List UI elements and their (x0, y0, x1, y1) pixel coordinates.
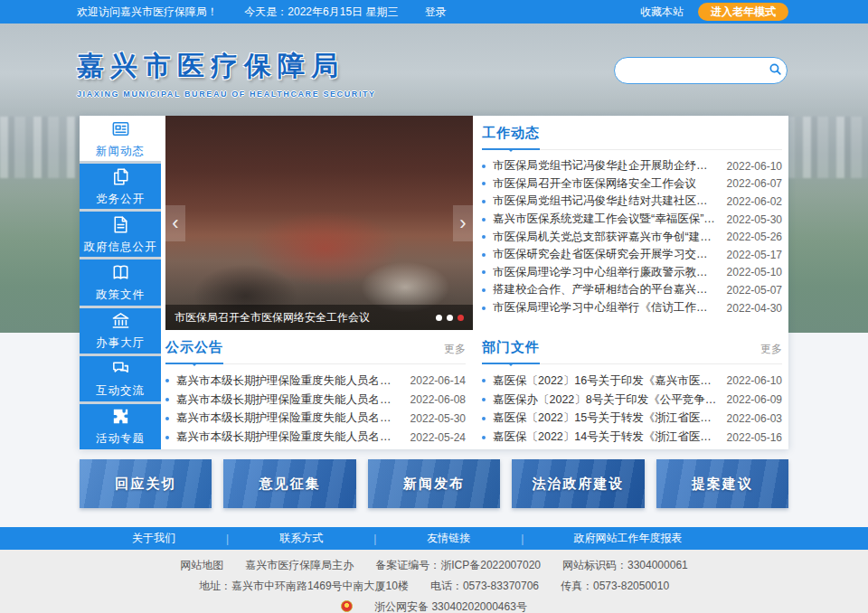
work-trends-item-row: 市医保局理论学习中心组举行廉政警示教育专题学习...2022-05-10 (482, 264, 782, 282)
carousel-caption-bar: 市医保局召开全市医保网络安全工作会议 (165, 305, 473, 330)
footer-nav-item-0[interactable]: 关于我们 (81, 531, 226, 546)
search-box (614, 57, 788, 84)
footer-nav-item-1[interactable]: 联系方式 (229, 531, 373, 546)
notice-item-title-link[interactable]: 嘉兴市本级长期护理保险重度失能人员名单公示（2... (176, 373, 401, 389)
news-carousel[interactable]: ‹ › 市医保局召开全市医保网络安全工作会议 (165, 116, 473, 330)
banner-respond-concerns[interactable]: 回应关切 (80, 459, 212, 508)
notice-item-title-link[interactable]: 嘉兴市本级长期护理保险重度失能人员名单公示（2... (176, 429, 401, 445)
sidebar-item-label: 党务公开 (96, 192, 145, 207)
carousel-next-button[interactable]: › (453, 205, 473, 241)
section-title-dept-files: 部门文件 (482, 339, 540, 364)
sidebar-item-label: 活动专题 (96, 431, 145, 447)
site-title-english: JIAXING MUNICIPAL BUREAU OF HEALTHCARE S… (77, 90, 376, 99)
sidebar-item-gov-info[interactable]: 政府信息公开 (80, 212, 161, 257)
documents-icon (110, 166, 131, 187)
work-trends-item-row: 市医保研究会赴省医保研究会开展学习交流活动2022-05-17 (482, 246, 782, 264)
banner-label: 回应关切 (115, 476, 176, 493)
footer-info-text: 嘉兴市医疗保障局主办 (245, 559, 354, 571)
work-trends-item-row: 市医保局党组书记冯俊华赴结对共建社区指导全国文...2022-06-02 (482, 193, 782, 211)
footer-contact-text: 传真：0573-82050010 (561, 580, 669, 592)
sitemap-link[interactable]: 网站地图 (180, 559, 223, 571)
work-trends-item-row: 市医保局机关党总支部获评嘉兴市争创“建设清廉机...2022-05-26 (482, 228, 782, 246)
bullet-dot (482, 270, 486, 274)
banner-rule-of-law[interactable]: 法治政府建设 (512, 459, 644, 508)
notice-item-title-link[interactable]: 嘉兴市本级长期护理保险重度失能人员名单公示（2... (176, 410, 401, 426)
dept-file-item-row: 嘉医保办〔2022〕8号关于印发《公平竞争审查...2022-06-09 (482, 391, 782, 410)
puzzle-icon (110, 406, 131, 427)
work-trends-item-title-link[interactable]: 市医保局理论学习中心组举行廉政警示教育专题学习... (493, 265, 718, 280)
carousel-dot-3[interactable] (458, 315, 464, 321)
work-trends-item-title-link[interactable]: 市医保局党组书记冯俊华赴企开展助企纾困活动 (493, 158, 718, 174)
search-input[interactable] (627, 64, 768, 77)
dept-file-item-date: 2022-05-16 (727, 431, 782, 444)
work-trends-item-title-link[interactable]: 市医保研究会赴省医保研究会开展学习交流活动 (493, 247, 718, 262)
welcome-text: 欢迎访问嘉兴市医疗保障局！ (77, 5, 218, 18)
dept-file-item-date: 2022-06-10 (727, 374, 782, 387)
dept-file-item-title-link[interactable]: 嘉医保〔2022〕15号关于转发《浙江省医疗保... (493, 410, 718, 426)
sidebar-item-label: 互动交流 (96, 383, 145, 399)
notice-item-row: 嘉兴市本级长期护理保险重度失能人员名单公示（2...2022-05-24 (165, 428, 466, 447)
page: 欢迎访问嘉兴市医疗保障局！ 今天是：2022年6月15日 星期三 登录 收藏本站… (0, 0, 868, 613)
banner-news-release[interactable]: 新闻发布 (368, 459, 500, 508)
favorite-link[interactable]: 收藏本站 (640, 5, 684, 20)
footer-line-1: 网站地图嘉兴市医疗保障局主办备案证编号：浙ICP备2022007020网站标识码… (0, 558, 868, 573)
banner-label: 意见征集 (259, 476, 321, 493)
notices-more-link[interactable]: 更多 (444, 342, 466, 363)
work-trends-item-title-link[interactable]: 搭建校企合作、产学研相结合的平台嘉兴市长期护理... (493, 282, 718, 297)
file-icon (110, 214, 131, 235)
sidebar-item-policy-files[interactable]: 政策文件 (80, 259, 161, 305)
work-trends-item-row: 嘉兴市医保系统党建工作会议暨“幸福医保”党建联...2022-05-30 (482, 211, 782, 229)
bullet-dot (165, 379, 169, 382)
dept-files-more-link[interactable]: 更多 (760, 342, 782, 363)
topbar-left: 欢迎访问嘉兴市医疗保障局！ 今天是：2022年6月15日 星期三 登录 (77, 5, 470, 20)
section-title-notices: 公示公告 (165, 339, 223, 364)
search-button[interactable] (768, 61, 783, 80)
work-trends-item-title-link[interactable]: 嘉兴市医保系统党建工作会议暨“幸福医保”党建联... (493, 212, 718, 227)
banner-label: 提案建议 (692, 476, 753, 493)
beian-text: 浙公网安备 33040202000463号 (374, 600, 527, 613)
dept-file-item-title-link[interactable]: 嘉医保〔2022〕16号关于印发《嘉兴市医疗保... (493, 373, 718, 389)
notice-item-date: 2022-05-24 (410, 431, 466, 444)
notice-item-row: 嘉兴市本级长期护理保险重度失能人员名单公示（2...2022-06-08 (165, 391, 466, 410)
sidebar-item-activities[interactable]: 活动专题 (80, 404, 161, 449)
sidebar-item-service-hall[interactable]: 办事大厅 (80, 308, 161, 354)
carousel-prev-button[interactable]: ‹ (165, 205, 185, 241)
footer-line-2: 地址：嘉兴市中环南路1469号中南大厦10楼电话：0573-83370706传真… (0, 579, 868, 594)
chat-icon (110, 358, 131, 379)
work-trends-item-date: 2022-05-26 (727, 231, 782, 243)
work-trends-list: 市医保局党组书记冯俊华赴企开展助企纾困活动2022-06-10市医保局召开全市医… (482, 157, 782, 316)
date-text: 今天是：2022年6月15日 星期三 (244, 5, 398, 18)
bullet-dot (482, 436, 486, 439)
bullet-dot (165, 436, 169, 439)
notice-item-title-link[interactable]: 嘉兴市本级长期护理保险重度失能人员名单公示（2... (176, 392, 401, 408)
work-trends-item-date: 2022-06-02 (727, 195, 782, 208)
carousel-caption[interactable]: 市医保局召开全市医保网络安全工作会议 (175, 310, 429, 325)
sidebar-item-interaction[interactable]: 互动交流 (80, 356, 161, 401)
sidebar-item-label: 政府信息公开 (84, 240, 157, 255)
dept-file-item-row: 嘉医保〔2022〕16号关于印发《嘉兴市医疗保...2022-06-10 (482, 372, 782, 391)
work-trends-item-title-link[interactable]: 市医保局机关党总支部获评嘉兴市争创“建设清廉机... (493, 230, 718, 245)
sidebar-item-party-affairs[interactable]: 党务公开 (80, 164, 161, 209)
book-icon (110, 262, 131, 283)
dept-file-item-title-link[interactable]: 嘉医保〔2022〕14号关于转发《浙江省医疗保... (493, 429, 718, 445)
carousel-dot-2[interactable] (447, 315, 453, 321)
search-icon (768, 61, 783, 80)
elder-mode-button[interactable]: 进入老年模式 (698, 3, 788, 21)
footer-nav-item-3[interactable]: 政府网站工作年度报表 (524, 531, 731, 546)
footer-nav-item-2[interactable]: 友情链接 (376, 531, 521, 546)
carousel-dot-1[interactable] (436, 315, 442, 321)
work-trends-item-title-link[interactable]: 市医保局理论学习中心组举行《信访工作条例》专题... (493, 300, 718, 316)
notices-header: 公示公告 更多 (165, 339, 466, 364)
bullet-dot (482, 165, 486, 168)
bullet-dot (482, 417, 486, 420)
login-link[interactable]: 登录 (425, 5, 447, 18)
footer-contact-text: 电话：0573-83370706 (430, 580, 539, 592)
work-trends-item-title-link[interactable]: 市医保局党组书记冯俊华赴结对共建社区指导全国文... (493, 193, 718, 209)
work-trends-item-title-link[interactable]: 市医保局召开全市医保网络安全工作会议 (493, 176, 718, 192)
bullet-dot (482, 218, 486, 222)
banner-proposals[interactable]: 提案建议 (656, 459, 788, 508)
sidebar-item-news[interactable]: 新闻动态 (80, 116, 161, 161)
banner-opinion-collection[interactable]: 意见征集 (223, 459, 355, 508)
dept-file-item-title-link[interactable]: 嘉医保办〔2022〕8号关于印发《公平竞争审查... (493, 392, 718, 408)
sidebar-item-label: 政策文件 (96, 288, 145, 303)
